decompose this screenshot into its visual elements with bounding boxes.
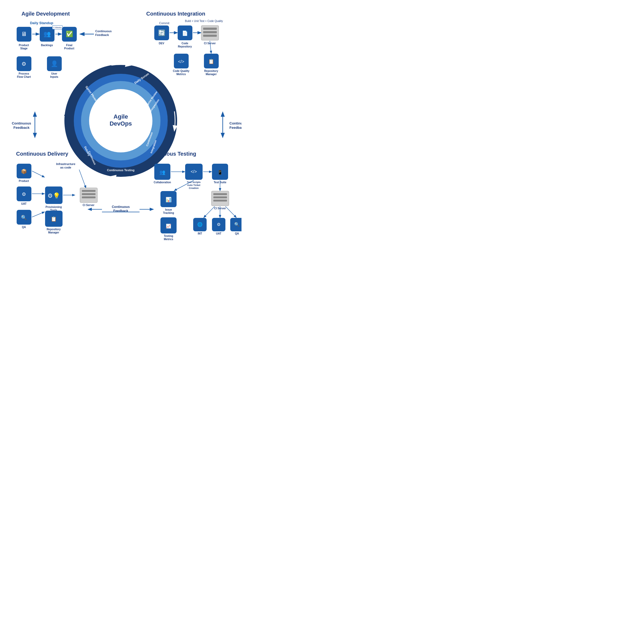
svg-text:</>: </> bbox=[178, 59, 184, 64]
svg-text:Feedback: Feedback bbox=[229, 126, 241, 130]
svg-text:</>: </> bbox=[191, 169, 197, 174]
code-repo-label: Code bbox=[182, 42, 188, 45]
cf-left-label: Continuous bbox=[12, 121, 31, 125]
issue-tracking-label: Issue bbox=[165, 208, 172, 211]
user-inputs-label: User bbox=[51, 72, 57, 75]
ct-uat-label: UAT bbox=[216, 232, 221, 235]
svg-text:👤: 👤 bbox=[51, 60, 58, 67]
provisioning-tools-label: Provisioning bbox=[46, 206, 62, 208]
svg-text:as code: as code bbox=[60, 166, 71, 169]
svg-text:⚙💡: ⚙💡 bbox=[47, 192, 60, 199]
cd-title: Continuous Delivery bbox=[16, 151, 68, 157]
svg-text:📊: 📊 bbox=[166, 197, 172, 203]
svg-text:🔄: 🔄 bbox=[158, 29, 166, 36]
svg-text:📋: 📋 bbox=[208, 58, 214, 64]
int-label: INT bbox=[198, 232, 202, 235]
svg-text:Creation: Creation bbox=[189, 187, 199, 189]
svg-text:👥: 👥 bbox=[159, 169, 166, 175]
center-text-1: Agile bbox=[114, 113, 128, 120]
cd-product-label: Product bbox=[19, 180, 29, 182]
svg-rect-46 bbox=[82, 193, 96, 195]
svg-text:📋: 📋 bbox=[51, 216, 57, 222]
main-svg: Agile Development Continuous Integration… bbox=[0, 0, 241, 241]
svg-rect-61 bbox=[213, 196, 227, 198]
ct-cycle: Continuous Testing bbox=[107, 169, 134, 172]
svg-text:🔍: 🔍 bbox=[21, 215, 27, 221]
ct-qa-label: QA bbox=[235, 232, 239, 235]
agile-devops-diagram: { "title": "Agile DevOps", "sections": {… bbox=[0, 0, 241, 241]
svg-text:✅: ✅ bbox=[66, 30, 73, 38]
svg-rect-47 bbox=[82, 196, 96, 198]
svg-text:📦: 📦 bbox=[21, 169, 27, 174]
svg-text:📄: 📄 bbox=[182, 30, 188, 36]
infra-label: Infrastructure bbox=[56, 162, 75, 166]
svg-text:🌐: 🌐 bbox=[197, 222, 203, 227]
build-unit-label: Build + Unit Test + Code Quality bbox=[185, 20, 223, 23]
testing-metrics-label: Testing bbox=[164, 235, 173, 237]
svg-text:⚙: ⚙ bbox=[217, 222, 221, 227]
repo-manager-ci-label: Repository bbox=[204, 69, 218, 72]
svg-rect-24 bbox=[203, 35, 217, 37]
cd-repo-manager-label: Repository bbox=[47, 228, 61, 231]
svg-text:👥: 👥 bbox=[43, 30, 51, 38]
agile-dev-title: Agile Development bbox=[21, 11, 70, 17]
two-weeks-badge: 2 Weeks bbox=[53, 26, 62, 29]
svg-rect-62 bbox=[213, 200, 227, 202]
commit-label: Commit bbox=[159, 21, 169, 25]
cd-uat-label: UAT bbox=[21, 202, 27, 205]
svg-text:Manager: Manager bbox=[206, 73, 217, 76]
svg-text:Product: Product bbox=[64, 47, 74, 50]
backlogs-label: Backlogs bbox=[41, 44, 53, 47]
svg-text:Feedback: Feedback bbox=[95, 33, 109, 36]
dev-label: DEV bbox=[159, 42, 164, 45]
svg-rect-22 bbox=[203, 28, 217, 30]
svg-text:📱: 📱 bbox=[217, 170, 223, 175]
svg-text:🖥: 🖥 bbox=[21, 31, 27, 37]
cf-top-label: Continuous bbox=[95, 30, 112, 33]
product-stage-label: Product bbox=[19, 44, 29, 47]
svg-text:Metrics: Metrics bbox=[164, 238, 173, 241]
center-text-2: DevOps bbox=[109, 120, 132, 127]
svg-text:⚙: ⚙ bbox=[22, 192, 26, 197]
svg-text:Manager: Manager bbox=[48, 231, 59, 234]
svg-text:Stage: Stage bbox=[20, 47, 28, 50]
svg-text:📈: 📈 bbox=[166, 224, 171, 229]
svg-text:Metrics: Metrics bbox=[176, 73, 186, 76]
daily-standup-label: Daily Standup bbox=[30, 21, 53, 25]
svg-rect-23 bbox=[203, 31, 217, 33]
ci-server-cd-label: CI Server bbox=[83, 204, 94, 207]
svg-text:Auto Ticket: Auto Ticket bbox=[187, 184, 200, 186]
final-product-label: Final bbox=[66, 44, 72, 47]
svg-text:⚙: ⚙ bbox=[21, 61, 26, 67]
svg-text:🔍: 🔍 bbox=[234, 222, 240, 227]
test-scripts-label: Test Scripts bbox=[187, 181, 201, 184]
collab-label: Collaboration bbox=[154, 181, 171, 184]
cf-bottom-label: Continuous bbox=[112, 205, 130, 209]
cd-qa-label: QA bbox=[22, 226, 26, 229]
svg-text:Flow Chart: Flow Chart bbox=[17, 75, 31, 78]
process-flow-label: Process bbox=[19, 72, 29, 75]
code-quality-label: Code Quality bbox=[173, 69, 189, 72]
ci-title: Continuous Integration bbox=[146, 11, 205, 17]
svg-text:Feedback: Feedback bbox=[13, 126, 30, 130]
cf-right-label: Continuous bbox=[229, 121, 241, 125]
svg-text:Repository: Repository bbox=[178, 45, 192, 48]
svg-rect-60 bbox=[213, 193, 227, 195]
svg-text:Tracking: Tracking bbox=[163, 211, 174, 214]
svg-rect-45 bbox=[82, 190, 96, 192]
svg-text:Inputs: Inputs bbox=[50, 75, 58, 78]
